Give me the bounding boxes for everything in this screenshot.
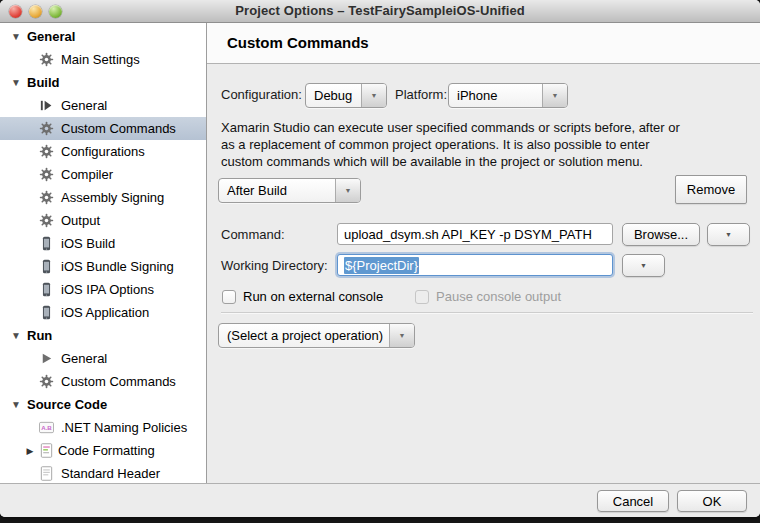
remove-button[interactable]: Remove [675,175,747,204]
sidebar-item-custom-commands[interactable]: Custom Commands [0,370,206,393]
selected-text: ${ProjectDir} [344,257,419,274]
sidebar-item-net-naming-policies[interactable]: A.B.NET Naming Policies [0,416,206,439]
sidebar-item-label: Custom Commands [61,374,176,389]
sidebar-item-code-formatting[interactable]: ▶Code Formatting [0,439,206,462]
command-event-select[interactable]: After Build ▼ [218,178,361,203]
gear-icon [39,121,54,136]
sidebar-item-ios-application[interactable]: iOS Application [0,301,206,324]
iphone-icon [39,259,54,274]
section-divider [221,312,753,314]
sidebar-tree: ▼GeneralMain Settings▼BuildGeneralCustom… [0,23,207,483]
gear-icon [39,167,54,182]
sidebar-item-label: Code Formatting [58,443,155,458]
chevron-down-icon: ▼ [335,179,360,202]
chevron-down-icon: ▼ [389,324,414,347]
sidebar-item-label: iOS Build [61,236,115,251]
gear-icon [39,374,54,389]
sidebar-item-label: Main Settings [61,52,140,67]
sidebar-item-output[interactable]: Output [0,209,206,232]
working-directory-label: Working Directory: [221,258,328,273]
command-input[interactable] [337,223,613,245]
gear-icon [39,52,54,67]
pause-console-output-checkbox [415,290,429,304]
main-panel: Custom Commands Configuration: Debug ▼ P… [207,23,760,483]
platform-select[interactable]: iPhone ▼ [448,83,568,108]
titlebar[interactable]: Project Options – TestFairySampleiOS-Uni… [0,0,760,23]
working-directory-input[interactable]: ${ProjectDir} [337,254,613,276]
iphone-icon [39,305,54,320]
sidebar-item-assembly-signing[interactable]: Assembly Signing [0,186,206,209]
sidebar-item-label: Standard Header [61,466,160,481]
run-external-console-checkbox[interactable] [222,290,236,304]
sidebar-item-label: iOS IPA Options [61,282,154,297]
sidebar-item-custom-commands[interactable]: Custom Commands [0,117,206,140]
disclosure-down-icon[interactable]: ▼ [11,330,21,341]
iphone-icon [39,236,54,251]
browse-button[interactable]: Browse... [622,223,700,246]
dialog-footer: Cancel OK [0,483,760,517]
project-options-window: Project Options – TestFairySampleiOS-Uni… [0,0,760,517]
command-options-dropdown-button[interactable]: ▼ [707,223,750,246]
project-operation-value: (Select a project operation) [219,324,389,347]
section-label: Source Code [27,397,107,412]
working-directory-dropdown-button[interactable]: ▼ [622,254,665,277]
configuration-label: Configuration: [221,87,302,102]
sidebar-item-label: General [61,351,107,366]
play-icon [39,351,54,366]
page-title: Custom Commands [207,23,760,63]
configuration-value: Debug [306,84,361,107]
sidebar-item-ios-ipa-options[interactable]: iOS IPA Options [0,278,206,301]
minimize-window-icon[interactable] [29,5,42,18]
svg-text:A.B: A.B [41,424,52,431]
sidebar-item-label: iOS Application [61,305,149,320]
section-label: General [27,29,75,44]
sidebar-item-ios-build[interactable]: iOS Build [0,232,206,255]
sidebar-item-label: General [61,98,107,113]
sidebar-item-label: Output [61,213,100,228]
window-title: Project Options – TestFairySampleiOS-Uni… [0,0,760,22]
sidebar-item-main-settings[interactable]: Main Settings [0,48,206,71]
zoom-window-icon[interactable] [49,5,62,18]
sidebar-item-compiler[interactable]: Compiler [0,163,206,186]
sidebar-item-general[interactable]: General [0,94,206,117]
pause-console-output-label: Pause console output [436,289,561,304]
ok-button[interactable]: OK [677,490,747,512]
run-external-console-label: Run on external console [243,289,383,304]
gear-icon [39,144,54,159]
configuration-select[interactable]: Debug ▼ [305,83,387,108]
sidebar-section-build[interactable]: ▼Build [0,71,206,94]
sidebar-item-label: Assembly Signing [61,190,164,205]
chevron-down-icon: ▼ [361,84,386,107]
close-window-icon[interactable] [9,5,22,18]
sidebar-section-run[interactable]: ▼Run [0,324,206,347]
section-label: Build [27,75,60,90]
platform-value: iPhone [449,84,542,107]
sidebar-item-general[interactable]: General [0,347,206,370]
disclosure-down-icon[interactable]: ▼ [11,399,21,410]
gear-icon [39,213,54,228]
iphone-icon [39,282,54,297]
command-label: Command: [221,227,285,242]
disclosure-right-icon[interactable]: ▶ [25,445,35,455]
cancel-button[interactable]: Cancel [597,490,669,512]
gear-icon [39,190,54,205]
doc-code-icon [39,443,54,458]
platform-label: Platform: [395,87,447,102]
disclosure-down-icon[interactable]: ▼ [11,77,21,88]
sidebar-item-label: .NET Naming Policies [61,420,187,435]
panel-header: Custom Commands [207,23,760,64]
sidebar-item-label: iOS Bundle Signing [61,259,174,274]
sidebar-section-source-code[interactable]: ▼Source Code [0,393,206,416]
project-operation-select[interactable]: (Select a project operation) ▼ [218,323,415,348]
sidebar-section-general[interactable]: ▼General [0,25,206,48]
chevron-down-icon: ▼ [542,84,567,107]
section-label: Run [27,328,52,343]
sidebar-item-configurations[interactable]: Configurations [0,140,206,163]
sidebar-item-standard-header[interactable]: Standard Header [0,462,206,483]
disclosure-down-icon[interactable]: ▼ [11,31,21,42]
sidebar-item-label: Compiler [61,167,113,182]
ab-icon: A.B [39,420,54,435]
build-icon [39,98,54,113]
doc-icon [39,466,54,481]
sidebar-item-ios-bundle-signing[interactable]: iOS Bundle Signing [0,255,206,278]
